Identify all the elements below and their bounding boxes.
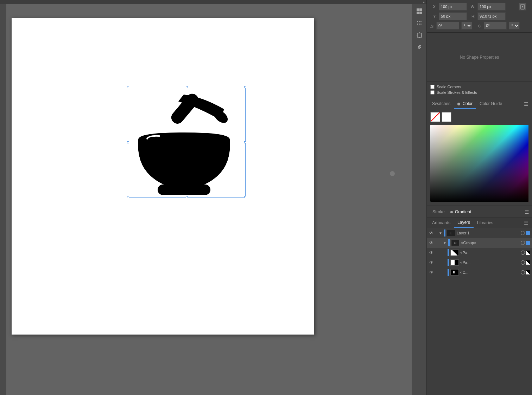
path1-icons-right: [521, 251, 530, 255]
eye-icon-path2[interactable]: 👁: [429, 260, 434, 265]
handle-mr[interactable]: [244, 141, 246, 143]
h-label: H:: [469, 14, 475, 18]
layer-item-path1[interactable]: 👁 <Pa...: [427, 248, 532, 258]
scale-section: Scale Corners Scale Strokes & Effects: [427, 82, 532, 99]
layer-thumb-path1: [450, 250, 459, 256]
align-grid-icon[interactable]: [414, 6, 424, 16]
layer-color-bar-group: [448, 239, 450, 246]
handle-bm[interactable]: [186, 196, 188, 198]
angle-input[interactable]: [436, 22, 459, 30]
tab-swatches[interactable]: Swatches: [429, 99, 454, 109]
h-input[interactable]: [477, 12, 506, 20]
path2-icons-right: [521, 260, 530, 265]
layer-item-layer1[interactable]: 👁 ▼ ⊟ Layer 1: [427, 228, 532, 238]
no-shape-text: No Shape Properties: [460, 55, 499, 60]
y-input[interactable]: [439, 12, 467, 20]
canvas-area: ▲: [0, 0, 426, 395]
layer1-icons-right: [521, 231, 530, 235]
path2-visibility-circle[interactable]: [521, 260, 525, 265]
layer1-visibility-circle[interactable]: [521, 231, 525, 235]
w-input[interactable]: [477, 3, 506, 11]
layer-item-group[interactable]: 👁 ▼ ⊟ <Group>: [427, 238, 532, 248]
stroke-gradient-menu-icon[interactable]: ☰: [525, 209, 529, 215]
handle-bl[interactable]: [127, 196, 129, 198]
layer-item-path2[interactable]: 👁 <Pa...: [427, 258, 532, 267]
layers-panel: Artboards Layers Libraries ☰ 👁 ▼ ⊟ Layer…: [427, 218, 532, 395]
path1-name: <Pa...: [460, 251, 519, 255]
eye-icon-compound[interactable]: 👁: [429, 270, 434, 275]
compound-icons-right: [521, 270, 530, 274]
layer-item-compound[interactable]: 👁 <C...: [427, 267, 532, 277]
layer1-thumb-content: ⊟: [450, 231, 452, 235]
tab-color[interactable]: Color: [454, 99, 476, 109]
group-icons-right: [521, 241, 530, 245]
scale-corners-row: Scale Corners: [430, 85, 528, 89]
x-input[interactable]: [439, 3, 467, 11]
color-tabs-section: Swatches Color Color Guide ☰: [427, 99, 532, 206]
layer-thumb-path2: [450, 259, 459, 266]
layer-thumb-1: ⊟: [447, 230, 455, 236]
y-label: Y:: [430, 14, 437, 18]
shear-label: ◇:: [478, 24, 482, 28]
tab-artboards[interactable]: Artboards: [429, 218, 454, 227]
artboard-icon[interactable]: [414, 30, 424, 40]
expand-layer1[interactable]: ▼: [438, 231, 443, 235]
layer-color-bar-path2: [448, 259, 449, 266]
tab-color-guide[interactable]: Color Guide: [476, 99, 506, 109]
eye-icon-path1[interactable]: 👁: [429, 250, 434, 255]
artboard-container[interactable]: [6, 4, 412, 395]
mortar-pestle-icon: [128, 87, 240, 196]
eye-icon-layer1[interactable]: 👁: [429, 230, 434, 236]
tab-libraries[interactable]: Libraries: [474, 218, 497, 227]
swatch-stroke[interactable]: [430, 112, 440, 122]
canvas-content: [0, 4, 426, 395]
layer-color-bar-compound: [448, 269, 449, 276]
layers-menu-icon[interactable]: ☰: [522, 220, 530, 226]
path2-name: <Pa...: [460, 260, 519, 265]
expand-group[interactable]: ▼: [443, 241, 447, 245]
scroll-top-bar: ▲: [0, 0, 426, 4]
tab-gradient[interactable]: Gradient: [448, 208, 474, 216]
svg-rect-2: [158, 184, 210, 195]
scroll-top-arrow: ▲: [422, 0, 426, 4]
layer-thumb-group: ⊟: [451, 240, 460, 246]
svg-rect-3: [417, 33, 422, 37]
swatch-fill[interactable]: [442, 112, 451, 122]
layer-color-bar-path1: [448, 249, 449, 256]
tool-strip: [412, 4, 426, 395]
path1-visibility-circle[interactable]: [521, 251, 525, 255]
compound-visibility-circle[interactable]: [521, 270, 525, 274]
tab-layers[interactable]: Layers: [454, 218, 474, 228]
scale-corners-label: Scale Corners: [437, 85, 461, 89]
angle-dropdown[interactable]: °: [461, 22, 472, 30]
scale-corners-checkbox[interactable]: [430, 85, 435, 89]
color-dot: [457, 103, 460, 105]
handle-br[interactable]: [244, 196, 246, 198]
color-tabs-menu-icon[interactable]: ☰: [522, 101, 530, 107]
group-color-square: [526, 241, 530, 245]
shear-dropdown[interactable]: °: [509, 22, 520, 30]
gradient-dot: [450, 211, 453, 213]
link-proportions-icon[interactable]: [519, 3, 526, 11]
tab-stroke[interactable]: Stroke: [430, 208, 448, 216]
artboard: [12, 18, 314, 335]
handle-tr[interactable]: [244, 86, 246, 88]
scale-strokes-checkbox[interactable]: [430, 90, 435, 95]
w-label: W:: [469, 5, 475, 9]
x-label: X:: [430, 5, 437, 9]
color-picker-gradient[interactable]: [430, 125, 528, 202]
align-dots-icon[interactable]: [414, 18, 424, 28]
path1-color-square: [526, 251, 530, 255]
link-icon[interactable]: [414, 42, 424, 52]
shear-input[interactable]: [484, 22, 507, 30]
angle-section: △: ° ◇: °: [430, 22, 528, 30]
shape-properties-section: No Shape Properties: [427, 33, 532, 82]
scale-strokes-label: Scale Strokes & Effects: [437, 90, 477, 95]
group-visibility-circle[interactable]: [521, 241, 525, 245]
svg-point-10: [522, 6, 523, 7]
color-swatches-row: [427, 109, 532, 125]
eye-icon-group[interactable]: 👁: [429, 240, 434, 246]
transform-yx-row: Y: H:: [430, 12, 528, 20]
angle-label: △:: [430, 24, 434, 28]
compound-name: <C...: [460, 270, 519, 274]
